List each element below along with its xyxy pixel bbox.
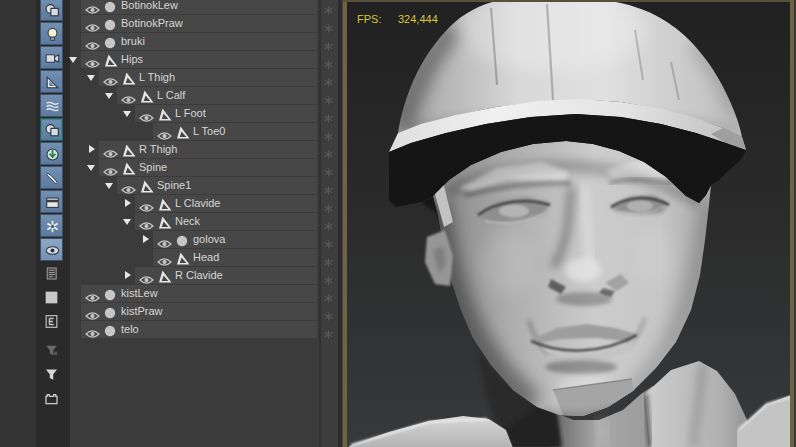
tree-row-label[interactable]: BotinokLew <box>121 0 178 14</box>
tree-row-label[interactable]: L Toe0 <box>193 123 225 140</box>
left-panel-strip <box>0 0 36 447</box>
tree-row-label[interactable]: Head <box>193 249 219 266</box>
display-materials-button[interactable] <box>40 262 63 285</box>
display-cameras-icon <box>44 50 61 67</box>
tree-row-label[interactable]: kistLew <box>121 285 158 302</box>
tree-row-label[interactable]: L Clavide <box>175 195 220 212</box>
frozen-snowflake-icon[interactable] <box>324 145 333 163</box>
display-swatch-button[interactable] <box>40 286 63 309</box>
frozen-snowflake-icon[interactable] <box>324 217 333 235</box>
visibility-eye-icon[interactable] <box>139 217 154 235</box>
display-geometry-button[interactable] <box>40 0 63 21</box>
tree-row-label[interactable]: bruki <box>121 33 145 50</box>
expand-collapse-arrow[interactable] <box>123 111 131 117</box>
tree-row-label[interactable]: L Foot <box>175 105 206 122</box>
tree-row-label[interactable]: L Calf <box>157 87 185 104</box>
tree-row-label[interactable]: golova <box>193 231 225 248</box>
tree-row[interactable] <box>81 15 317 32</box>
tree-row-label[interactable]: kistPraw <box>121 303 163 320</box>
frozen-snowflake-icon[interactable] <box>324 289 333 307</box>
display-frozen-button[interactable] <box>40 214 63 237</box>
tree-row-label[interactable]: BotinokPraw <box>121 15 183 32</box>
display-xrefs-icon <box>44 146 61 163</box>
frozen-snowflake-icon[interactable] <box>324 181 333 199</box>
expand-collapse-arrow[interactable] <box>87 165 95 171</box>
visibility-eye-icon[interactable] <box>85 325 100 343</box>
tree-row-label[interactable]: Spine1 <box>157 177 191 194</box>
expand-expand-arrow[interactable] <box>125 271 131 279</box>
display-swatch-icon <box>43 289 60 306</box>
tree-row-label[interactable]: Neck <box>175 213 200 230</box>
visibility-eye-icon[interactable] <box>139 109 154 127</box>
display-containers-button[interactable] <box>40 190 63 213</box>
fps-label: FPS: <box>357 13 381 25</box>
display-cameras-button[interactable] <box>40 46 63 69</box>
visibility-eye-icon[interactable] <box>103 163 118 181</box>
tree-row[interactable] <box>81 285 317 302</box>
expand-collapse-arrow[interactable] <box>87 75 95 81</box>
visibility-eye-icon[interactable] <box>121 181 136 199</box>
frozen-snowflake-icon[interactable] <box>324 55 333 73</box>
frozen-snowflake-icon[interactable] <box>324 253 333 271</box>
tree-row[interactable] <box>81 0 317 14</box>
frozen-snowflake-icon[interactable] <box>324 37 333 55</box>
frozen-snowflake-icon[interactable] <box>324 271 333 289</box>
frozen-snowflake-icon[interactable] <box>324 73 333 91</box>
visibility-eye-icon[interactable] <box>103 73 118 91</box>
display-xrefs-button[interactable] <box>40 142 63 165</box>
filter-combinations-icon <box>43 342 60 359</box>
edit-properties-button[interactable] <box>40 310 63 333</box>
3d-model-worker <box>347 2 790 447</box>
container-explorer-button[interactable] <box>40 387 63 410</box>
edit-properties-icon <box>43 313 60 330</box>
tree-row-label[interactable]: R Thigh <box>139 141 177 158</box>
expand-expand-arrow[interactable] <box>143 235 149 243</box>
display-hidden-icon <box>44 242 61 259</box>
tree-row-label[interactable]: Hips <box>121 51 143 68</box>
frozen-snowflake-icon[interactable] <box>324 127 333 145</box>
frozen-snowflake-icon[interactable] <box>324 91 333 109</box>
expand-collapse-arrow[interactable] <box>105 93 113 99</box>
display-groups-icon <box>44 122 61 139</box>
expand-expand-arrow[interactable] <box>89 145 95 153</box>
display-lights-button[interactable] <box>40 22 63 45</box>
tree-row-label[interactable]: telo <box>121 321 139 338</box>
tree-row-label[interactable]: R Clavide <box>175 267 223 284</box>
display-spacewarps-icon <box>44 98 61 115</box>
container-explorer-icon <box>43 390 60 407</box>
frozen-snowflake-icon[interactable] <box>324 199 333 217</box>
expand-collapse-arrow[interactable] <box>105 183 113 189</box>
frozen-snowflake-icon[interactable] <box>324 307 333 325</box>
display-hidden-button[interactable] <box>40 238 63 261</box>
frozen-snowflake-icon[interactable] <box>324 19 333 37</box>
tree-row[interactable] <box>81 303 317 320</box>
expand-collapse-arrow[interactable] <box>69 57 77 63</box>
display-bones-icon <box>44 170 61 187</box>
visibility-eye-icon[interactable] <box>121 91 136 109</box>
tree-row-label[interactable]: Spine <box>139 159 167 176</box>
tree-row[interactable] <box>81 33 317 50</box>
frozen-snowflake-icon[interactable] <box>324 109 333 127</box>
frozen-snowflake-icon[interactable] <box>324 163 333 181</box>
filter-combinations-button[interactable] <box>40 339 63 362</box>
visibility-eye-icon[interactable] <box>85 55 100 73</box>
filter-button[interactable] <box>40 363 63 386</box>
frozen-snowflake-icon[interactable] <box>324 1 333 19</box>
tree-row-label[interactable]: L Thigh <box>139 69 175 86</box>
display-lights-icon <box>44 26 61 43</box>
viewport-3d[interactable]: FPS: 324,444 <box>347 2 790 447</box>
display-spacewarps-button[interactable] <box>40 94 63 117</box>
display-materials-icon <box>43 265 60 282</box>
expand-expand-arrow[interactable] <box>125 199 131 207</box>
scene-explorer-window: FPS: 324,444 BotinokLewBotinokPrawbrukiH… <box>0 0 796 447</box>
display-helpers-button[interactable] <box>40 70 63 93</box>
frozen-snowflake-icon[interactable] <box>324 325 333 343</box>
filter-icon <box>43 366 60 383</box>
tree-row[interactable] <box>81 321 317 338</box>
expand-collapse-arrow[interactable] <box>123 219 131 225</box>
display-frozen-icon <box>44 218 61 235</box>
display-groups-button[interactable] <box>40 118 63 141</box>
display-bones-button[interactable] <box>40 166 63 189</box>
display-geometry-icon <box>44 2 61 19</box>
frozen-snowflake-icon[interactable] <box>324 235 333 253</box>
